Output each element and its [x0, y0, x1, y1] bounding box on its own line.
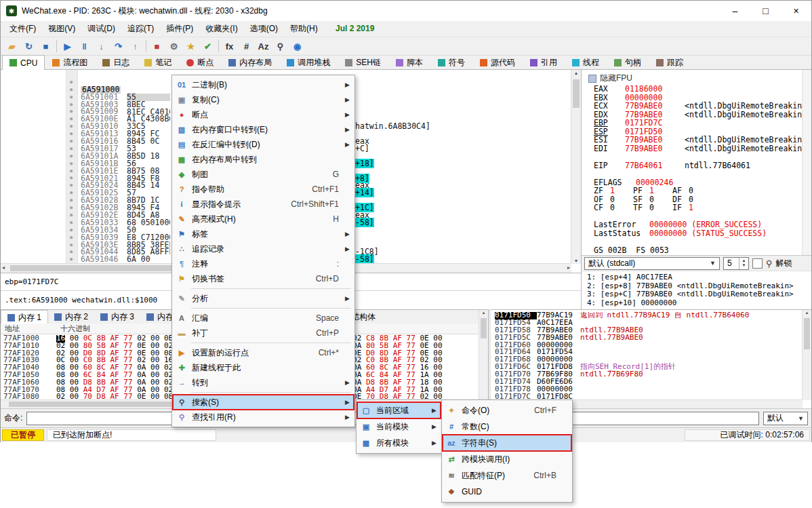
stop-icon[interactable]: ■: [37, 39, 54, 54]
tab-log[interactable]: 日志: [95, 55, 137, 69]
register-row[interactable]: EAX01186000: [594, 85, 800, 94]
menu-follow-in-dump[interactable]: ▥ 在内存窗口中转到(E) ▶: [173, 122, 354, 137]
tab-threads[interactable]: 线程: [565, 55, 607, 69]
registers-scrollbar[interactable]: [802, 70, 811, 255]
menubar-plugins[interactable]: 插件(P): [160, 21, 199, 37]
command-profile-select[interactable]: 默认▼: [763, 412, 808, 425]
tab-dump-2[interactable]: 内存 2: [48, 311, 94, 324]
tab-trace[interactable]: 跟踪: [649, 55, 691, 69]
menu-search-constant[interactable]: # 常数(C) ▶: [443, 418, 571, 435]
tab-breakpoints[interactable]: 断点: [179, 55, 221, 69]
menu-follow-in-memory-map[interactable]: ▦ 在内存布局中转到 ▶: [173, 152, 354, 167]
menu-set-new-origin[interactable]: ▶ 设置新的运行点 Ctrl+* ▶: [173, 345, 354, 360]
argument-row[interactable]: 1: [esp+4] A0C17EEA: [587, 273, 811, 282]
maximize-button[interactable]: □: [750, 1, 781, 21]
menu-binary[interactable]: 01 二进制(B) ▶: [173, 77, 354, 92]
pause-icon[interactable]: ‖: [76, 39, 93, 54]
strings-icon[interactable]: Az: [255, 39, 272, 54]
menu-follow-in-disasm[interactable]: ▤ 在反汇编中转到(D) ▶: [173, 137, 354, 152]
argument-count-stepper[interactable]: 5▲▼: [723, 257, 749, 270]
highlight-fx-icon[interactable]: fx: [221, 39, 238, 54]
tab-symbols[interactable]: 符号: [430, 55, 472, 69]
run-icon[interactable]: ▶: [59, 39, 76, 54]
menu-search-strings[interactable]: az 字符串(S) ▶: [443, 435, 571, 451]
menu-search[interactable]: ⚲ 搜索(S) ▶: [173, 395, 354, 410]
menu-label[interactable]: ⚑ 标签 ▶: [173, 227, 354, 241]
tab-handles[interactable]: 句柄: [607, 55, 649, 69]
unlock-checkbox[interactable]: [752, 258, 763, 269]
flags-line-3[interactable]: CF0TF0IF1: [594, 203, 800, 212]
register-row-eip[interactable]: EIP77B64061ntdll.77B64061: [594, 161, 800, 170]
menu-trace-record[interactable]: ∴ 追踪记录 ▶: [173, 241, 354, 256]
menubar-file[interactable]: 文件(F): [3, 21, 42, 37]
menu-toggle-bookmark[interactable]: ⚑ 切换书签 Ctrl+D ▶: [173, 271, 354, 286]
menu-separator[interactable]: ▶: [173, 288, 354, 289]
stepper-arrows-icon[interactable]: ▲▼: [739, 258, 748, 269]
menubar-favourites[interactable]: 收藏夹(I): [199, 21, 243, 37]
argument-row[interactable]: 4: [esp+10] 00000000: [587, 299, 811, 308]
tab-references[interactable]: 引用: [523, 55, 565, 69]
step-over-icon[interactable]: ↷: [110, 39, 127, 54]
tab-script[interactable]: 脚本: [388, 55, 430, 69]
menu-search-command[interactable]: ✦ 命令(O) Ctrl+F ▶: [443, 402, 571, 418]
step-into-icon[interactable]: ↓: [93, 39, 110, 54]
menu-new-thread-here[interactable]: ✚ 新建线程于此 ▶: [173, 360, 354, 375]
tab-graph[interactable]: 流程图: [45, 55, 95, 69]
step-out-icon[interactable]: ↑: [127, 39, 144, 54]
open-file-icon[interactable]: ▰: [3, 39, 20, 54]
menubar-options[interactable]: 选项(O): [244, 21, 284, 37]
scrollbar-thumb[interactable]: [804, 318, 810, 349]
menu-search-intermodular-calls[interactable]: ⇄ 跨模块调用(I) ▶: [443, 451, 571, 467]
restart-icon[interactable]: ↻: [20, 39, 37, 54]
scrollbar-thumb[interactable]: [573, 79, 580, 108]
menubar-debug[interactable]: 调试(D): [81, 21, 121, 37]
dump-vertical-scrollbar[interactable]: ▴: [479, 310, 488, 400]
menu-find-references[interactable]: ⚲ 查找引用(R) ▶: [173, 410, 354, 425]
hide-fpu-button[interactable]: 隐藏FPU: [588, 73, 632, 84]
menu-assemble[interactable]: A 汇编 Space ▶: [173, 311, 354, 326]
menu-search-pattern[interactable]: ≋ 匹配特征(P) Ctrl+B ▶: [443, 467, 571, 484]
flags-line-1[interactable]: ZF1PF1AF0: [594, 187, 800, 195]
register-row-eflags[interactable]: EFLAGS00000246: [594, 178, 800, 187]
stop-trace-icon[interactable]: ■: [148, 39, 165, 54]
tab-dump-1[interactable]: 内存 1: [1, 310, 48, 324]
menu-breakpoint[interactable]: ● 断点 ▶: [173, 107, 354, 122]
menu-goto[interactable]: → 转到 ▶: [173, 375, 354, 390]
tab-call-stack[interactable]: 调用堆栈: [279, 55, 338, 69]
tab-notes[interactable]: 笔记: [137, 55, 179, 69]
menu-comment[interactable]: ¶ 注释 : ▶: [173, 256, 354, 271]
menu-all-modules[interactable]: ▦ 所有模块 ▶: [357, 435, 441, 451]
menu-copy[interactable]: ▣ 复制(C) ▶: [173, 92, 354, 107]
tab-cpu[interactable]: CPU: [2, 55, 45, 70]
minimize-button[interactable]: –: [720, 1, 750, 21]
segment-registers-row[interactable]: GS 002B FS 0053: [594, 246, 800, 255]
menu-separator[interactable]: ▶: [173, 343, 354, 343]
menu-highlight-mode[interactable]: ✎ 高亮模式(H) H ▶: [173, 212, 354, 227]
close-button[interactable]: ×: [781, 1, 811, 21]
last-error-row[interactable]: LastError00000000 (ERROR_SUCCESS): [594, 220, 800, 229]
search-icon[interactable]: ⚲: [272, 39, 289, 54]
menu-graph[interactable]: ◆ 制图 G ▶: [173, 167, 354, 182]
last-status-row[interactable]: LastStatus00000000 (STATUS_SUCCESS): [594, 229, 800, 238]
menu-mnemonic-help[interactable]: ? 指令帮助 Ctrl+F1 ▶: [173, 182, 354, 197]
calling-convention-select[interactable]: 默认 (stdcall)▼: [584, 257, 720, 270]
menu-patches[interactable]: ▬ 补丁 Ctrl+P ▶: [173, 326, 354, 340]
menubar-view[interactable]: 视图(V): [42, 21, 81, 37]
register-row[interactable]: EBP0171FD7C: [594, 119, 800, 128]
settings-icon[interactable]: ⚙: [165, 39, 182, 54]
menu-current-module[interactable]: ▣ 当前模块 ▶: [357, 418, 441, 435]
constant-icon[interactable]: #: [238, 39, 255, 54]
tab-dump-3[interactable]: 内存 3: [94, 311, 140, 324]
scrollbar-thumb[interactable]: [481, 318, 487, 338]
tab-source[interactable]: 源代码: [472, 55, 523, 69]
menu-separator[interactable]: ▶: [173, 308, 354, 309]
stack-vertical-scrollbar[interactable]: ▴: [802, 310, 811, 400]
menubar-trace[interactable]: 追踪(T): [121, 21, 160, 37]
scrollbar-thumb[interactable]: [9, 402, 185, 407]
tab-memory-map[interactable]: 内存布局: [221, 55, 279, 69]
flags-line-2[interactable]: OF0SF0DF0: [594, 195, 800, 204]
menu-search-guid[interactable]: ❖ GUID ▶: [443, 484, 571, 500]
register-row[interactable]: EDI77B9ABE0<ntdll.DbgUiRemoteBreakin>: [594, 144, 800, 153]
disasm-vertical-scrollbar[interactable]: ▴▾: [571, 70, 581, 264]
menu-analysis[interactable]: ✎ 分析 ▶: [173, 291, 354, 306]
